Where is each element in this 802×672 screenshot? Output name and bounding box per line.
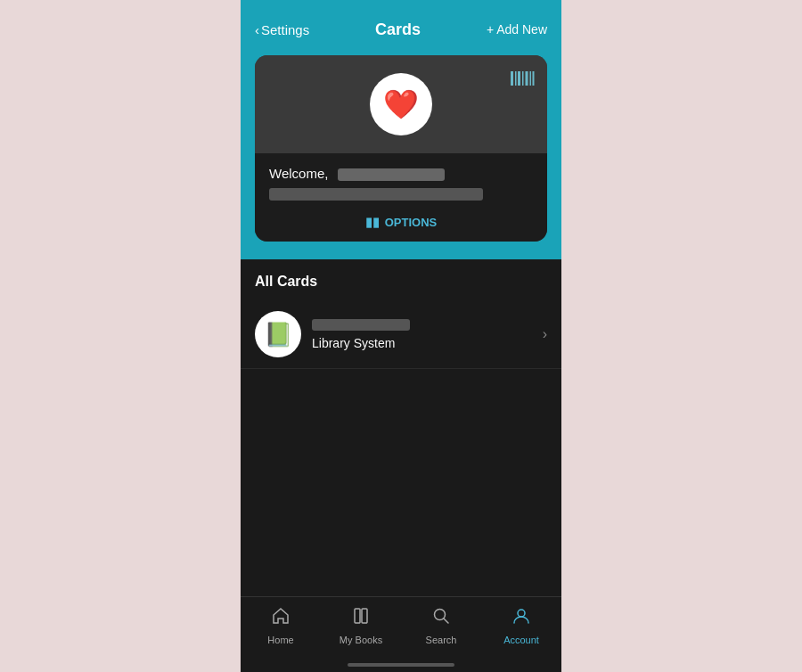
svg-rect-0 (511, 71, 513, 86)
nav-item-home[interactable]: Home (241, 606, 321, 645)
card-top: ❤️ (255, 55, 547, 153)
user-name-blurred (338, 168, 445, 181)
svg-rect-8 (362, 609, 367, 623)
home-label: Home (267, 635, 293, 645)
card-logo: ❤️ (370, 73, 432, 135)
back-label: Settings (261, 22, 309, 37)
svg-rect-6 (533, 71, 535, 86)
scan-icon[interactable] (510, 68, 535, 94)
svg-point-11 (518, 610, 525, 617)
options-label: OPTIONS (385, 216, 438, 229)
svg-rect-3 (522, 71, 524, 86)
book-icon: 📗 (264, 321, 292, 348)
card-widget: ❤️ Welcome, (255, 55, 547, 242)
mybooks-label: My Books (340, 635, 382, 645)
account-label: Account (503, 635, 539, 645)
library-system-label: Library System (312, 336, 543, 350)
heart-icon: ❤️ (383, 87, 419, 121)
add-new-button[interactable]: + Add New (487, 22, 547, 37)
svg-rect-4 (526, 71, 528, 86)
mybooks-icon (351, 606, 371, 631)
svg-rect-5 (530, 71, 532, 86)
card-number-blurred (269, 188, 483, 201)
welcome-prefix: Welcome, (269, 166, 328, 181)
search-icon (431, 606, 451, 631)
svg-rect-7 (355, 609, 360, 623)
back-button[interactable]: ‹ Settings (255, 22, 309, 37)
bottom-nav: Home My Books Search (241, 596, 561, 663)
card-options-icon: ▮▮ (365, 215, 380, 229)
search-label: Search (426, 635, 457, 645)
all-cards-label: All Cards (241, 274, 561, 290)
chevron-right-icon: › (543, 326, 547, 342)
svg-rect-1 (515, 71, 517, 86)
phone-frame: ‹ Settings Cards + Add New ❤️ (241, 0, 561, 672)
account-icon (511, 606, 531, 631)
card-list-info: Library System (312, 319, 543, 350)
home-icon (271, 606, 291, 631)
svg-line-10 (444, 619, 448, 623)
card-bottom: Welcome, ▮▮ OPTIONS (255, 153, 547, 242)
list-item[interactable]: 📗 Library System › (241, 300, 561, 369)
home-bar (348, 663, 454, 667)
library-card-name-blurred (312, 319, 410, 331)
all-cards-section: All Cards 📗 Library System › (241, 259, 561, 596)
home-indicator (241, 663, 561, 672)
card-section: ❤️ Welcome, (241, 45, 561, 259)
welcome-text: Welcome, (269, 166, 533, 181)
options-button[interactable]: ▮▮ OPTIONS (269, 211, 533, 229)
page-title: Cards (375, 20, 421, 39)
nav-item-search[interactable]: Search (401, 606, 481, 645)
library-card-icon: 📗 (255, 311, 301, 357)
nav-item-account[interactable]: Account (481, 606, 561, 645)
nav-item-mybooks[interactable]: My Books (321, 606, 401, 645)
svg-rect-2 (518, 71, 520, 86)
chevron-left-icon: ‹ (255, 22, 259, 37)
header: ‹ Settings Cards + Add New (241, 0, 561, 45)
